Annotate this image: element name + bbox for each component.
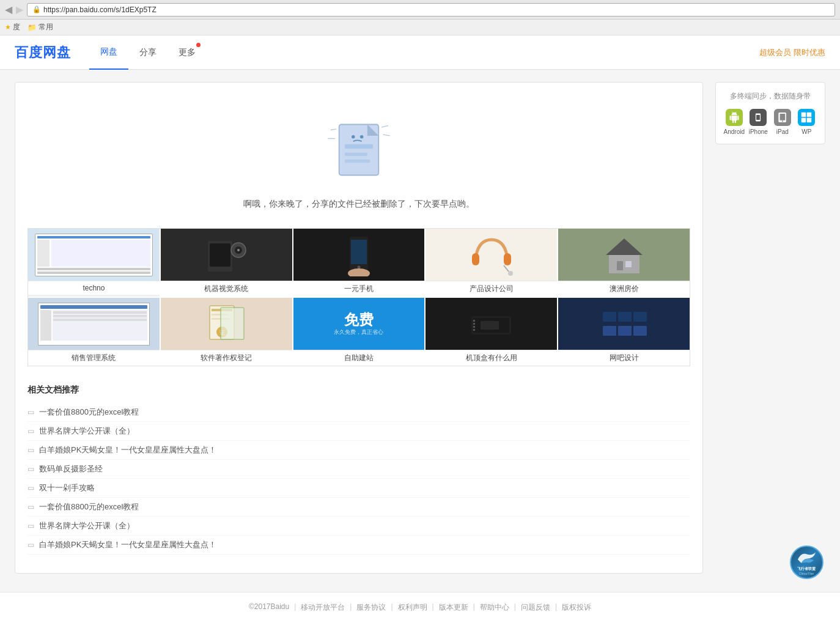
bookmark-label-common: 常用	[39, 22, 53, 32]
ad-item-house[interactable]: 澳洲房价	[558, 229, 690, 297]
doc-item-2[interactable]: ▭ 白羊婚娘PK天蝎女皇！一代女皇星座属性大盘点！	[28, 441, 690, 460]
bookmark-common[interactable]: 📁 常用	[28, 22, 53, 32]
ad-thumb-techno	[28, 229, 160, 281]
ad-item-phone[interactable]: 一元手机	[293, 229, 425, 297]
ad-label-product: 产品设计公司	[426, 281, 557, 297]
svg-rect-51	[807, 118, 812, 123]
ad-thumb-settop	[426, 298, 557, 350]
footer-sep-3: |	[432, 602, 434, 613]
ad-item-sales[interactable]: 销售管理系统	[28, 298, 160, 366]
china-flier-text: 飞行者联盟	[797, 567, 816, 572]
svg-rect-21	[504, 253, 511, 265]
url-bar[interactable]: 🔒 https://pan.baidu.com/s/1dEXp5TZ	[27, 3, 835, 17]
ad-item-free[interactable]: 免费 永久免费，真正省心 自助建站	[293, 298, 425, 366]
svg-point-5	[352, 135, 355, 139]
ad-thumb-product	[426, 229, 557, 281]
doc-item-label-3: 数码单反摄影圣经	[39, 464, 103, 475]
ad-item-product[interactable]: 产品设计公司	[426, 229, 557, 297]
doc-icon-2: ▭	[28, 446, 34, 454]
svg-rect-34	[221, 308, 244, 339]
doc-icon-6: ▭	[28, 522, 34, 530]
svg-rect-40	[473, 329, 475, 331]
doc-item-label-4: 双十一剁手攻略	[39, 482, 95, 493]
footer-link-5[interactable]: 问题反馈	[521, 602, 550, 613]
ad-item-machine[interactable]: 机器视觉系统	[161, 229, 292, 297]
svg-line-9	[381, 125, 388, 127]
ad-item-settop[interactable]: 机顶盒有什么用	[426, 298, 557, 366]
tab-more[interactable]: 更多	[168, 35, 207, 70]
svg-rect-37	[473, 320, 475, 322]
footer-sep-1: |	[350, 602, 352, 613]
ipad-label: iPad	[776, 128, 789, 135]
docs-section: 相关文档推荐 ▭ 一套价值8800元的excel教程 ▭ 世界名牌大学公开课（全…	[28, 379, 690, 561]
footer-copyright: ©2017Baidu	[249, 602, 289, 613]
free-text: 免费	[344, 311, 374, 329]
svg-rect-39	[473, 326, 475, 328]
china-flier-circle: 飞行者联盟 China Flier	[790, 545, 823, 579]
sync-app-iphone[interactable]: iPhone	[748, 109, 770, 135]
svg-point-18	[357, 265, 360, 268]
tab-share-label: 分享	[139, 47, 157, 58]
footer-link-6[interactable]: 版权投诉	[562, 602, 591, 613]
sync-app-android[interactable]: Android	[723, 109, 745, 135]
tab-more-label: 更多	[179, 47, 196, 58]
page-footer: ©2017Baidu | 移动开放平台 | 服务协议 | 权利声明 | 版本更新…	[0, 592, 840, 617]
svg-point-23	[508, 271, 513, 276]
bookmark-icon-common: 📁	[28, 23, 37, 32]
sync-app-ipad[interactable]: iPad	[772, 109, 794, 135]
ad-item-techno[interactable]: techno	[28, 229, 160, 297]
tab-netdisk[interactable]: 网盘	[89, 35, 128, 70]
sync-app-wp[interactable]: WP	[796, 109, 818, 135]
error-message: 啊哦，你来晚了，分享的文件已经被删除了，下次要早点哟。	[243, 199, 474, 210]
main-card: 啊哦，你来晚了，分享的文件已经被删除了，下次要早点哟。	[15, 82, 703, 574]
svg-line-10	[383, 135, 390, 136]
vip-link[interactable]: 超级会员 限时优惠	[759, 48, 825, 57]
ad-label-sales: 销售管理系统	[28, 350, 160, 366]
ad-thumb-sales	[28, 298, 160, 350]
svg-rect-42	[603, 312, 616, 322]
wp-icon	[798, 109, 815, 126]
footer-link-4[interactable]: 帮助中心	[480, 602, 509, 613]
footer-sep-2: |	[391, 602, 392, 613]
doc-item-label-7: 白羊婚娘PK天蝎女皇！一代女皇星座属性大盘点！	[39, 539, 216, 550]
svg-point-6	[360, 135, 364, 139]
forward-button[interactable]: ▶	[16, 4, 23, 15]
content-wrap: 啊哦，你来晚了，分享的文件已经被删除了，下次要早点哟。	[0, 70, 840, 586]
footer-link-0[interactable]: 移动开放平台	[301, 602, 345, 613]
ad-label-house: 澳洲房价	[558, 281, 690, 297]
svg-rect-38	[473, 323, 475, 325]
doc-item-label-5: 一套价值8800元的excel教程	[39, 501, 139, 512]
ipad-icon	[774, 109, 791, 126]
doc-item-5[interactable]: ▭ 一套价值8800元的excel教程	[28, 498, 690, 517]
china-flier-logo[interactable]: 飞行者联盟 China Flier	[779, 544, 834, 580]
footer-link-3[interactable]: 版本更新	[439, 602, 468, 613]
doc-icon-5: ▭	[28, 503, 34, 511]
back-button[interactable]: ◀	[5, 4, 12, 15]
svg-rect-41	[481, 321, 499, 330]
svg-rect-45	[603, 326, 616, 336]
svg-rect-20	[472, 253, 479, 265]
svg-rect-2	[345, 144, 373, 149]
doc-item-1[interactable]: ▭ 世界名牌大学公开课（全）	[28, 422, 690, 441]
ad-thumb-machine	[161, 229, 292, 281]
doc-icon-0: ▭	[28, 408, 34, 416]
footer-link-2[interactable]: 权利声明	[398, 602, 427, 613]
bookmark-du[interactable]: ★ 度	[5, 22, 20, 32]
ad-item-software[interactable]: 证 软件著作权登记	[161, 298, 292, 366]
ad-item-netbar[interactable]: 网吧设计	[558, 298, 690, 366]
doc-item-0[interactable]: ▭ 一套价值8800元的excel教程	[28, 403, 690, 422]
doc-item-6[interactable]: ▭ 世界名牌大学公开课（全）	[28, 517, 690, 536]
footer-link-1[interactable]: 服务协议	[356, 602, 386, 613]
doc-item-7[interactable]: ▭ 白羊婚娘PK天蝎女皇！一代女皇星座属性大盘点！	[28, 536, 690, 555]
page-wrap: 百度网盘 网盘 分享 更多 超级会员 限时优惠	[0, 35, 840, 617]
ad-label-settop: 机顶盒有什么用	[426, 350, 557, 366]
doc-item-4[interactable]: ▭ 双十一剁手攻略	[28, 479, 690, 498]
doc-item-label-0: 一套价值8800元的excel教程	[39, 407, 139, 418]
sync-title: 多终端同步，数据随身带	[723, 91, 817, 102]
tab-share[interactable]: 分享	[128, 35, 168, 70]
svg-rect-26	[617, 261, 623, 270]
free-sub: 永久免费，真正省心	[334, 328, 383, 336]
doc-icon-7: ▭	[28, 541, 34, 549]
doc-item-3[interactable]: ▭ 数码单反摄影圣经	[28, 460, 690, 479]
china-flier-sub: China Flier	[799, 572, 814, 575]
